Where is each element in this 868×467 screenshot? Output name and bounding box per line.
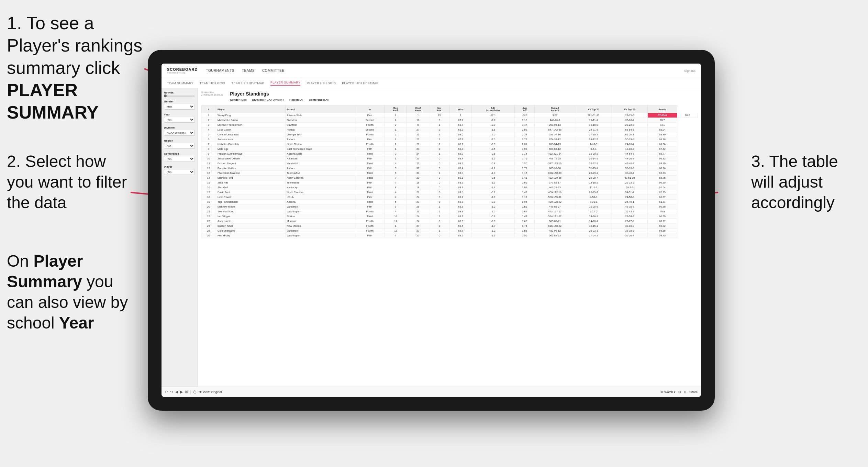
nav-link-teams[interactable]: TEAMS xyxy=(242,69,255,73)
table-cell: 29-38-2 xyxy=(612,214,647,219)
table-cell: 1 xyxy=(385,113,407,118)
table-cell: 1 xyxy=(385,127,407,132)
sub-nav-team-h2h-grid[interactable]: TEAM H2H GRID xyxy=(200,81,225,85)
table-cell: 4 xyxy=(385,209,407,214)
table-cell: 26-27-2 xyxy=(612,219,647,224)
table-cell: 2 xyxy=(201,118,216,123)
nav-sign-out[interactable]: Sign out xyxy=(684,69,695,73)
table-cell: 17-54-2 xyxy=(575,233,612,238)
table-cell: 605-96-38 xyxy=(535,166,575,171)
table-cell: Kentucky xyxy=(285,185,355,190)
table-cell: Auburn xyxy=(285,137,355,142)
table-cell: 1 xyxy=(429,152,450,156)
table-cell: 8-6-1 xyxy=(575,147,612,152)
filter-year-select[interactable]: (All) xyxy=(164,117,195,123)
table-cell: 1 xyxy=(429,204,450,209)
table-cell: 68.56 xyxy=(647,142,677,147)
table-cell: Vanderbilt xyxy=(285,229,355,233)
filter-display-row: Gender: Men Division: NCAA Division I Re… xyxy=(230,98,329,101)
col-reg-rank: RegRank xyxy=(385,106,407,113)
nav-link-committee[interactable]: COMMITTEE xyxy=(262,69,285,73)
table-cell: Fifth xyxy=(355,147,385,152)
table-row: 8Mats EgeEast Tennessee StateFifth124268… xyxy=(201,147,698,152)
sidebar-filters: No Rds. Gender Men Year xyxy=(162,88,198,387)
table-cell: 24 xyxy=(407,214,429,219)
sub-nav-player-h2h-heatmap[interactable]: PLAYER H2H HEATMAP xyxy=(342,81,378,85)
table-cell: 1.43 xyxy=(514,214,535,219)
table-cell: -2.5 xyxy=(472,132,515,137)
table-cell: Stanford xyxy=(285,123,355,127)
toolbar-back[interactable]: ◀ xyxy=(175,390,178,394)
table-cell: 21 xyxy=(201,209,216,214)
table-cell: -1.5 xyxy=(472,180,515,185)
sub-nav-player-summary[interactable]: PLAYER SUMMARY xyxy=(270,81,300,86)
table-cell: East Tennessee State xyxy=(285,147,355,152)
table-cell: Jack Lundin xyxy=(216,219,286,224)
table-cell: 25-22-1 xyxy=(575,161,612,166)
table-cell: 69.0 xyxy=(450,152,472,156)
table-cell: 57-23-0 xyxy=(647,113,677,118)
table-row: 17David FordNorth CarolinaThird421069.0-… xyxy=(201,190,698,195)
table-cell: 11 xyxy=(385,219,407,224)
table-cell: 8 xyxy=(407,123,429,127)
table-cell: 37 xyxy=(407,166,429,171)
table-cell: 44-64-6 xyxy=(612,152,647,156)
toolbar-redo[interactable]: ↪ xyxy=(170,390,173,394)
table-cell: 19 xyxy=(407,185,429,190)
table-cell: David Ford xyxy=(216,190,286,195)
table-cell: -3.2 xyxy=(514,113,535,118)
table-cell: 2 xyxy=(429,224,450,229)
table-cell: 23 xyxy=(407,200,429,204)
table-cell: 24 xyxy=(407,152,429,156)
table-cell: 2 xyxy=(429,132,450,137)
nav-link-tournaments[interactable]: TOURNAMENTS xyxy=(206,69,234,73)
table-cell: 208-96-13 xyxy=(535,123,575,127)
table-cell: 68.3 xyxy=(450,147,472,152)
table-row: 15Jake HallTennesseeFifth718068.5-1.51.6… xyxy=(201,180,698,185)
toolbar-icon1[interactable]: ⊡ xyxy=(678,390,681,394)
table-cell: 698-54-13 xyxy=(535,142,575,147)
table-cell: Washington xyxy=(285,209,355,214)
toolbar-clock[interactable]: ⏱ xyxy=(193,390,197,394)
table-cell: 1.14 xyxy=(514,152,535,156)
table-cell: 17 xyxy=(201,190,216,195)
table-cell: 429-198-22 xyxy=(535,200,575,204)
filter-region-select[interactable]: N/A xyxy=(164,143,195,149)
filter-player-select[interactable]: (All) xyxy=(164,169,195,175)
table-cell: 1.92 xyxy=(514,185,535,190)
table-cell: 23 xyxy=(407,209,429,214)
filter-player-section: Player (All) xyxy=(164,165,195,175)
table-cell: -2.3 xyxy=(472,142,515,147)
table-cell: 27 xyxy=(407,127,429,132)
toolbar-copy[interactable]: ⊞ xyxy=(185,390,188,394)
sub-nav-team-h2h-heatmap[interactable]: TEAM H2H HEATMAP xyxy=(231,81,264,85)
table-cell: 68.4 xyxy=(450,156,472,161)
sub-nav-team-summary[interactable]: TEAM SUMMARY xyxy=(167,81,193,85)
table-cell: 21 xyxy=(407,132,429,137)
table-cell: -0.8 xyxy=(472,161,515,166)
table-cell: Mats Ege xyxy=(216,147,286,152)
filter-division-select[interactable]: NCAA Division I xyxy=(164,130,195,136)
table-cell: 60.55 xyxy=(647,180,677,185)
sub-nav-player-h2h-grid[interactable]: PLAYER H2H GRID xyxy=(307,81,336,85)
table-cell: Fifth xyxy=(355,185,385,190)
table-cell: 69.4 xyxy=(450,224,472,229)
table-cell: 2.01 xyxy=(514,142,535,147)
filter-conference-select[interactable]: (All) xyxy=(164,156,195,162)
table-cell: -1.1 xyxy=(472,166,515,171)
table-cell: 68.2 xyxy=(450,127,472,132)
table-cell: 68.2 xyxy=(450,142,472,147)
table-row: 10Jacob Skov-OlesenArkansasFifth123068.4… xyxy=(201,156,698,161)
logo-scoreboard: SCOREBOARD xyxy=(167,67,198,71)
table-row: 1Wenyi DingArizona StateFirst1115167.1-3… xyxy=(201,113,698,118)
toolbar-view[interactable]: 👁 View: Original xyxy=(199,390,222,394)
table-cell: 2 xyxy=(429,127,450,132)
toolbar-undo[interactable]: ↩ xyxy=(165,390,168,394)
table-cell: 50-18-6 xyxy=(612,166,647,171)
filter-gender-select[interactable]: Men xyxy=(164,104,195,110)
toolbar-watch[interactable]: 👁 Watch ▾ xyxy=(660,390,676,394)
toolbar-icon2[interactable]: ⊞ xyxy=(684,390,687,394)
table-row: 6Jackson KoivuAuburnFirst127167.3-2.02.7… xyxy=(201,137,698,142)
toolbar-forward[interactable]: ▶ xyxy=(180,390,183,394)
toolbar-share[interactable]: Share xyxy=(689,390,698,394)
